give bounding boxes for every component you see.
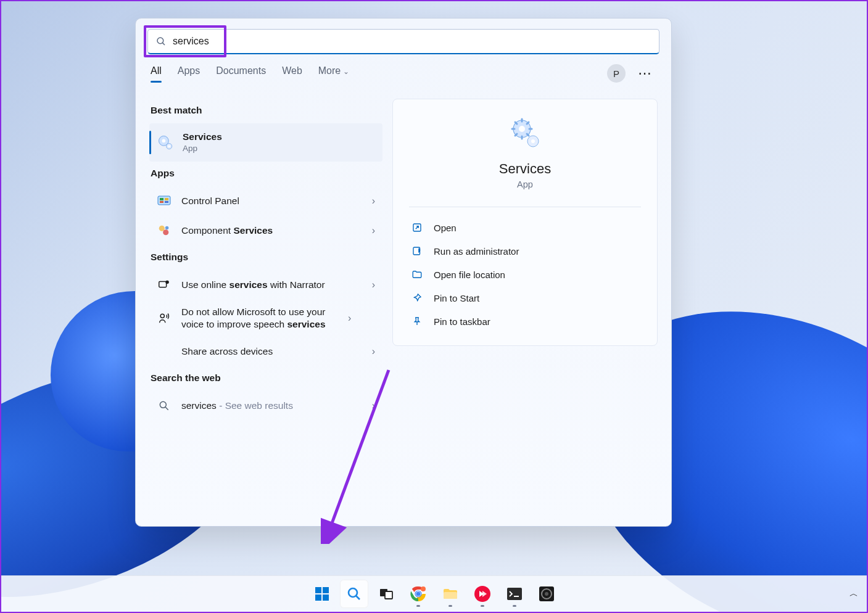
taskbar-task-view-button[interactable] [372,580,400,608]
search-icon [155,397,173,414]
chevron-right-icon: › [372,225,375,236]
taskbar-chrome[interactable] [404,580,432,608]
svg-point-44 [545,592,548,596]
chevron-right-icon: › [372,346,375,357]
control-panel-icon [155,192,173,210]
folder-icon [410,268,424,281]
detail-pane: Services App Open Run as administrator O… [392,99,658,346]
taskbar-anydesk[interactable] [468,580,497,608]
narrator-icon [155,276,173,294]
tab-all[interactable]: All [151,65,162,81]
best-match-type: App [183,143,375,154]
tab-web[interactable]: Web [282,65,302,81]
svg-point-0 [157,38,163,44]
svg-point-12 [163,229,168,235]
detail-subtitle: App [409,179,641,189]
svg-rect-28 [315,594,321,601]
chevron-right-icon: › [372,279,375,290]
taskbar-obs[interactable] [532,580,561,608]
taskbar-file-explorer[interactable] [436,580,465,608]
search-flyout: All Apps Documents Web More⌄ P ⋯ Best ma… [135,18,672,527]
pin-icon [410,291,424,305]
svg-rect-8 [165,198,168,200]
web-result[interactable]: services - See web results › [149,391,382,421]
setting-result-share[interactable]: Share across devices › [149,337,382,366]
open-icon [410,221,424,234]
setting-result-speech[interactable]: Do not allow Microsoft to use your voice… [149,300,382,337]
services-icon [157,134,174,151]
svg-rect-33 [385,591,392,599]
svg-point-13 [165,226,169,229]
svg-rect-26 [315,587,321,593]
chevron-right-icon: › [348,313,351,324]
svg-rect-10 [165,201,168,203]
search-input[interactable] [173,36,651,47]
svg-point-22 [531,139,535,143]
results-column: Best match Services App Apps Control Pan… [136,89,382,526]
svg-line-18 [165,407,168,410]
user-avatar[interactable]: P [607,64,626,83]
svg-rect-9 [160,201,163,203]
svg-point-16 [160,314,164,318]
svg-point-5 [168,145,170,147]
svg-rect-41 [507,588,522,600]
svg-line-31 [356,596,360,599]
app-result-component-services[interactable]: Component Services › [149,216,382,245]
taskbar: ︿ [1,575,867,612]
action-pin-taskbar[interactable]: Pin to taskbar [409,310,641,333]
search-icon [155,36,167,47]
taskbar-start-button[interactable] [308,580,336,608]
search-box[interactable] [147,29,659,54]
taskbar-terminal[interactable] [500,580,529,608]
taskbar-show-hidden-icons[interactable]: ︿ [849,588,858,599]
tab-apps[interactable]: Apps [178,65,200,81]
svg-point-37 [416,591,420,596]
svg-point-20 [519,126,525,132]
setting-result-narrator[interactable]: Use online services with Narrator › [149,270,382,300]
action-pin-start[interactable]: Pin to Start [409,286,641,310]
services-icon-large [508,117,542,150]
svg-point-30 [349,588,357,597]
tab-more[interactable]: More⌄ [318,65,349,81]
divider [409,207,641,207]
chevron-right-icon: › [372,400,375,411]
svg-point-38 [421,586,426,591]
section-title-best-match: Best match [151,105,382,116]
best-match-name: Services [183,131,375,143]
action-run-admin[interactable]: Run as administrator [409,239,641,263]
speech-icon [155,310,173,327]
section-title-web: Search the web [151,372,382,384]
svg-rect-39 [444,592,457,599]
blank-icon [155,343,173,360]
app-result-control-panel[interactable]: Control Panel › [149,186,382,216]
svg-point-3 [162,139,166,142]
action-open[interactable]: Open [409,216,641,239]
section-title-settings: Settings [151,252,382,263]
shield-icon [410,244,424,258]
svg-rect-7 [160,198,163,200]
filter-tabs: All Apps Documents Web More⌄ [151,65,607,81]
more-options-button[interactable]: ⋯ [634,64,656,83]
best-match-result[interactable]: Services App [149,123,382,162]
component-services-icon [155,222,173,239]
svg-line-1 [162,43,165,45]
chevron-down-icon: ⌄ [343,67,349,76]
chevron-right-icon: › [372,195,375,207]
svg-point-17 [160,401,166,408]
svg-rect-14 [159,281,167,287]
svg-rect-27 [323,587,329,593]
tab-documents[interactable]: Documents [216,65,266,81]
svg-point-15 [165,280,169,284]
action-open-location[interactable]: Open file location [409,263,641,286]
svg-rect-29 [323,594,329,601]
detail-title: Services [409,161,641,177]
section-title-apps: Apps [151,168,382,179]
taskbar-search-button[interactable] [340,580,368,608]
pin-icon [410,315,424,328]
